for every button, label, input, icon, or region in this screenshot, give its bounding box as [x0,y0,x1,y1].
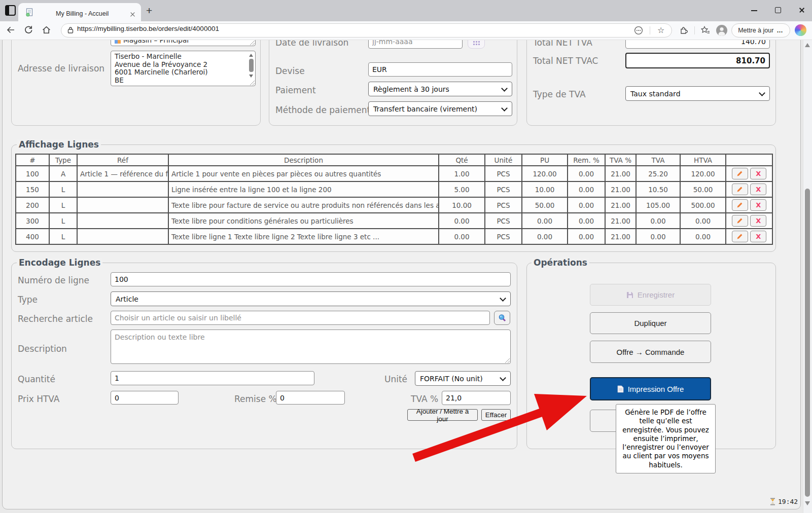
delete-row-button[interactable]: X [750,199,766,211]
new-tab-button[interactable]: + [146,5,152,17]
window-close-button[interactable] [799,7,805,13]
more-options-icon[interactable]: … [776,27,784,34]
cell-unite: PCS [485,229,522,244]
cell-tvap: 21.00 [605,197,636,213]
cell-rem: 0.00 [568,181,605,197]
window-minimize-button[interactable] [751,10,757,11]
listbox-scroll-down-icon[interactable] [249,75,253,78]
refresh-icon[interactable] [24,25,33,34]
cell-tvap: 21.00 [605,166,636,181]
line-number-input[interactable] [111,272,511,286]
delete-row-button[interactable]: X [750,231,766,242]
tab-close-icon[interactable] [130,12,135,17]
cell-unite: PCS [485,213,522,229]
edit-row-button[interactable] [732,168,748,179]
cell-htva: 120.00 [680,166,726,181]
edit-row-button[interactable] [732,184,748,195]
window-maximize-button[interactable] [775,7,781,13]
delivery-address-listbox[interactable]: Tiserbo - Marcinelle Avenue de la Prévoy… [111,51,256,86]
col-header [726,154,772,166]
currency-input[interactable] [368,62,512,77]
payment-select[interactable]: Règlement à 30 jours [368,82,512,96]
quantity-input[interactable] [111,371,314,385]
unit-select[interactable]: FORFAIT (No unit) [415,371,511,386]
row-actions: X [726,181,772,197]
favorite-star-icon[interactable]: ☆ [657,25,664,35]
duplicate-button[interactable]: Dupliquer [590,312,711,334]
clock-value: 19:42 [778,498,798,505]
cell-pu: 0.00 [522,229,568,244]
col-header: # [16,154,49,166]
col-header: Qté [439,154,485,166]
cell-tvap: 21.00 [605,213,636,229]
col-header: HTVA [680,154,726,166]
cell-type: A [49,166,77,181]
divider [694,26,695,34]
offer-to-order-button[interactable]: Offre → Commande [590,341,711,363]
home-icon[interactable] [42,25,51,34]
cell-htva: 50.00 [680,181,726,197]
chevron-down-icon [759,90,765,96]
cell-tva: 0.00 [636,213,680,229]
address-line: BE [115,77,245,85]
address-line: Tiserbo - Marcinelle [115,53,245,61]
cell-ref [77,181,168,197]
extensions-puzzle-icon[interactable] [680,26,688,34]
cell-unite: PCS [485,166,522,181]
article-search-button[interactable] [494,311,510,325]
browser-update-button[interactable]: Mettre à jour … [731,23,790,38]
address-line: 6001 Marcinelle (Charleroi) [115,68,245,77]
tab-title: My Billing - Accueil [56,10,137,17]
clear-button[interactable]: Effacer [481,409,511,421]
edit-row-button[interactable] [732,199,748,211]
scroll-up-icon[interactable] [805,43,810,47]
listbox-scroll-up-icon[interactable] [249,54,253,57]
price-input[interactable] [111,391,179,405]
cell-pu: 120.00 [522,166,568,181]
ellipsis-circle-icon[interactable] [634,26,643,35]
profile-avatar[interactable] [716,25,727,36]
description-textarea[interactable] [111,329,511,364]
delete-row-button[interactable]: X [750,215,766,227]
vat-type-select[interactable]: Taux standard [625,86,770,101]
payment-method-select[interactable]: Transfert bancaire (virement) [368,101,512,116]
col-header: PU [522,154,568,166]
browser-tab[interactable]: My Billing - Accueil [18,3,141,21]
pencil-icon [736,233,743,240]
resize-grip[interactable] [250,40,255,45]
line-type-value: Article [116,295,138,303]
discount-input[interactable] [276,391,345,405]
url-text[interactable]: https://mybilling.tiserbo.be/orders/edit… [77,25,219,32]
delete-row-button[interactable]: X [750,168,766,179]
edit-row-button[interactable] [732,215,748,227]
back-icon[interactable] [6,25,16,34]
cell-type: L [49,197,77,213]
lock-icon[interactable] [67,26,74,33]
line-type-select[interactable]: Article [111,291,511,306]
cell-rem: 0.00 [568,166,605,181]
vat-percent-input[interactable] [442,391,511,405]
scroll-down-icon[interactable] [805,501,810,505]
copilot-icon[interactable] [795,24,806,36]
cell-num: 150 [16,181,49,197]
listbox-scrollbar-thumb[interactable] [249,59,254,72]
print-offer-button[interactable]: Impression Offre [590,377,711,400]
article-search-input[interactable] [111,311,490,325]
chevron-down-icon [501,105,508,112]
save-button[interactable]: Enregistrer [590,284,711,306]
vat-type-label: Type de TVA [533,89,586,99]
delivery-address-label: Adresse de livraison [18,63,104,74]
table-row: 100AArticle 1 — référence du f...Article… [16,166,772,181]
delete-row-button[interactable]: X [750,184,766,195]
tab-actions-icon[interactable] [5,5,16,16]
cell-desc: Ligne insérée entre la ligne 100 et la l… [168,181,439,197]
cell-num: 300 [16,213,49,229]
divider [650,26,650,34]
collections-star-icon[interactable] [701,26,710,34]
edit-row-button[interactable] [732,231,748,242]
table-row: 300LTexte libre pour conditions générale… [16,213,772,229]
operations-legend: Opérations [532,258,589,268]
cell-tva: 0.00 [636,229,680,244]
page-scrollbar-thumb[interactable] [805,189,810,497]
add-update-button[interactable]: Ajouter / Mettre à jour [407,409,478,421]
